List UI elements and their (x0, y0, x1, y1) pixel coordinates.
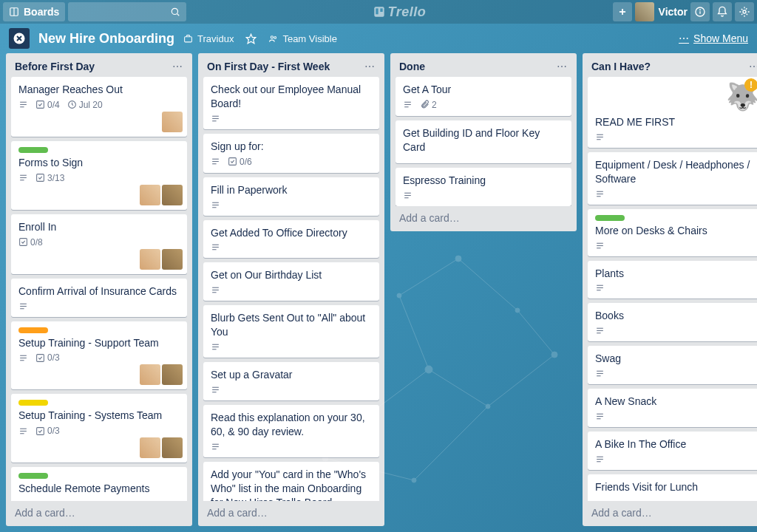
show-menu-button[interactable]: ⋯ Show Menu (679, 33, 748, 44)
avatar (635, 2, 654, 21)
card[interactable]: Espresso Training (396, 168, 571, 206)
card-badges (595, 283, 756, 293)
member-avatar[interactable] (140, 364, 160, 385)
member-avatar[interactable] (140, 185, 160, 205)
description-badge (211, 385, 220, 395)
member-avatar[interactable] (162, 364, 183, 385)
add-card-button[interactable]: Add a card… (395, 206, 572, 227)
card[interactable]: Read this explanation on your 30, 60, & … (203, 405, 379, 457)
card[interactable]: A Bike In The Office (588, 432, 757, 470)
checklist-badge: 0/4 (35, 100, 60, 110)
description-badge (595, 326, 605, 335)
card[interactable]: Confirm Arrival of Insurance Cards (11, 279, 187, 317)
card[interactable]: Set up a Gravatar (203, 362, 379, 400)
description-badge (595, 189, 605, 199)
list-title[interactable]: Done (399, 61, 425, 72)
card[interactable]: Sign up for:0/6 (203, 134, 379, 173)
svg-rect-25 (380, 8, 382, 12)
card[interactable]: Blurb Gets Sent Out to "All" about You (203, 305, 379, 358)
member-avatar[interactable] (140, 249, 160, 270)
create-button[interactable] (613, 2, 632, 21)
member-avatar[interactable] (162, 112, 183, 132)
notifications-button[interactable] (713, 2, 732, 21)
card-badges (595, 132, 756, 142)
label-green (18, 473, 48, 479)
add-card-button[interactable]: Add a card… (203, 501, 380, 522)
checklist-badge: 0/3 (35, 352, 60, 363)
list-title[interactable]: On First Day - First Week (207, 61, 330, 72)
info-button[interactable] (690, 2, 710, 21)
card[interactable]: READ ME FIRST🐺! (588, 77, 757, 148)
card[interactable]: Check out our Employee Manual Board! (203, 77, 379, 129)
card[interactable]: Fill in Paperwork (203, 177, 379, 216)
org-link[interactable]: Travidux (183, 33, 234, 44)
cards-container: Get A Tour2Get Building ID and Floor Key… (395, 77, 572, 206)
visibility-button[interactable]: Team Visible (268, 33, 336, 44)
description-badge (595, 454, 605, 464)
member-avatar[interactable] (162, 437, 183, 458)
description-badge (211, 442, 220, 451)
card-title: Enroll In (18, 220, 180, 234)
plus-icon (617, 7, 628, 17)
trello-icon (373, 6, 385, 18)
card[interactable]: Equipment / Desk / Headphones / Software (588, 152, 757, 205)
card[interactable]: Enroll In0/8 (11, 214, 187, 274)
card[interactable]: Get Added To Office Directory (203, 220, 379, 259)
description-badge (595, 132, 605, 142)
card-title: Friends Visit for Lunch (595, 480, 756, 494)
card[interactable]: Manager Reaches Out0/4Jul 20 (11, 77, 187, 137)
card-members (140, 364, 183, 385)
settings-button[interactable] (735, 2, 754, 21)
card[interactable]: More on Desks & Chairs (588, 209, 757, 256)
add-card-button[interactable]: Add a card… (10, 501, 188, 522)
description-badge (211, 342, 220, 352)
search-input[interactable] (68, 2, 186, 21)
logo[interactable]: Trello (189, 4, 609, 20)
svg-rect-55 (37, 355, 44, 362)
description-badge (211, 200, 220, 210)
card[interactable]: Get Building ID and Floor Key Card (396, 120, 571, 163)
checklist-badge: 0/6 (228, 157, 252, 167)
member-avatar[interactable] (162, 185, 183, 205)
board-title[interactable]: New Hire Onboarding (38, 31, 174, 47)
boards-button[interactable]: Boards (3, 2, 65, 21)
card-title: READ ME FIRST (595, 115, 756, 129)
card-badges: 0/3 (18, 352, 180, 363)
card[interactable]: Plants (588, 261, 757, 299)
card[interactable]: Get A Tour2 (396, 77, 571, 116)
card-title: Espresso Training (403, 174, 564, 188)
card[interactable]: Get on Our Birthday List (203, 262, 379, 301)
cards-container: READ ME FIRST🐺!Equipment / Desk / Headph… (587, 77, 757, 501)
description-badge (211, 157, 220, 166)
svg-point-30 (700, 10, 701, 10)
member-avatar[interactable] (140, 437, 160, 458)
card[interactable]: Books (588, 303, 757, 341)
bell-icon (716, 6, 728, 18)
card[interactable]: Setup Training - Support Team0/3 (11, 321, 187, 390)
cards-container: Check out our Employee Manual Board!Sign… (203, 77, 380, 501)
card[interactable]: Add your "You" card in the "Who's Who" l… (203, 462, 379, 501)
star-button[interactable] (242, 30, 259, 47)
due-badge: Jul 20 (67, 100, 103, 110)
svg-point-21 (172, 8, 178, 14)
card[interactable]: A New Snack (588, 389, 757, 427)
list-title[interactable]: Can I Have? (591, 61, 651, 72)
list-menu-button[interactable]: ⋯ (557, 61, 568, 72)
card[interactable]: Swag (588, 346, 757, 384)
card[interactable]: Forms to Sign3/13 (11, 141, 187, 210)
list-menu-button[interactable]: ⋯ (749, 61, 757, 72)
list-menu-button[interactable]: ⋯ (172, 61, 183, 72)
list-title[interactable]: Before First Day (15, 61, 95, 72)
board-canvas[interactable]: Before First Day⋯Manager Reaches Out0/4J… (0, 53, 757, 532)
card[interactable]: Setup Training - Systems Team0/3 (11, 394, 187, 463)
card[interactable]: Friends Visit for Lunch (588, 474, 757, 501)
member-avatar[interactable] (162, 249, 183, 270)
svg-line-22 (177, 13, 180, 16)
add-card-button[interactable]: Add a card… (587, 501, 757, 522)
card-title: A Bike In The Office (595, 437, 756, 451)
card-title: Sign up for: (211, 140, 372, 154)
card[interactable]: Schedule Remote Payments (11, 467, 187, 501)
card-badges (595, 241, 756, 250)
list-menu-button[interactable]: ⋯ (364, 61, 376, 72)
user-menu[interactable]: Victor (635, 2, 688, 21)
